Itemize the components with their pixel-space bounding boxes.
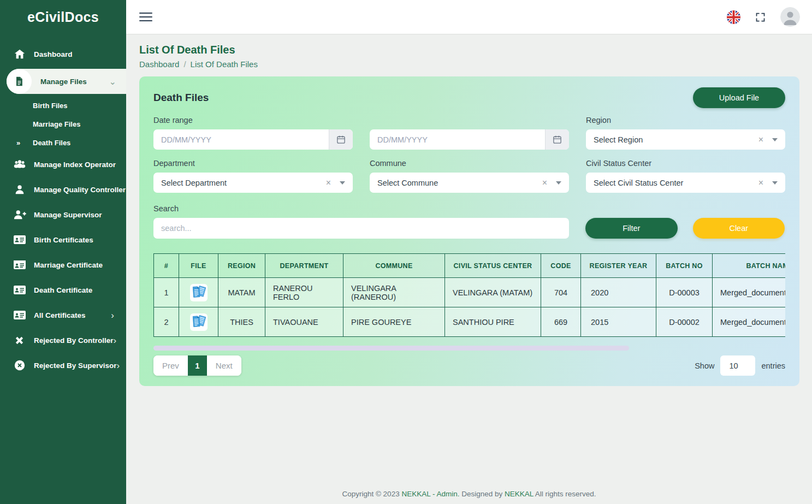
breadcrumb-dashboard-link[interactable]: Dashboard	[139, 60, 179, 69]
calendar-icon[interactable]	[545, 129, 569, 150]
sidebar-item-birth-files[interactable]: Birth Files	[0, 96, 126, 115]
pagination: Prev 1 Next	[153, 355, 241, 376]
current-page-button[interactable]: 1	[188, 355, 207, 376]
date-to-field	[370, 129, 569, 150]
sidebar-item-all-certificates[interactable]: All Certificates ›	[0, 303, 126, 328]
col-header-batch-name: BATCH NAME	[713, 254, 786, 278]
select-caret-icon[interactable]	[556, 181, 561, 185]
civil-status-center-select[interactable]: Select Civil Status Center ×	[586, 173, 785, 193]
select-caret-icon[interactable]	[340, 181, 345, 185]
filter-button[interactable]: Filter	[585, 218, 678, 239]
sidebar-item-manage-quality-controller[interactable]: Manage Quality Controller	[0, 177, 126, 202]
home-icon	[12, 48, 27, 60]
users-icon	[12, 158, 27, 170]
main-content: List Of Death Files Dashboard / List Of …	[126, 34, 812, 504]
user-avatar[interactable]	[780, 7, 800, 27]
civil-status-center-label: Civil Status Center	[586, 159, 785, 168]
clear-selection-icon[interactable]: ×	[326, 178, 331, 188]
fullscreen-icon[interactable]	[755, 11, 766, 23]
col-header-code: CODE	[541, 254, 581, 278]
sidebar-item-manage-supervisor[interactable]: Manage Supervisor	[0, 202, 126, 227]
sidebar-item-marriage-certificate[interactable]: Marriage Certificate	[0, 252, 126, 277]
clear-selection-icon[interactable]: ×	[758, 178, 763, 188]
search-label: Search	[153, 204, 569, 213]
footer-admin-link[interactable]: NEKKAL - Admin.	[401, 490, 459, 498]
col-header-region: REGION	[218, 254, 265, 278]
sidebar-item-rejected-by-supervisor[interactable]: Rejected By Supervisor ›	[0, 353, 126, 378]
clear-button[interactable]: Clear	[693, 218, 785, 239]
table-row: 2 THIES TIVAOUANE PIRE GOUREYE SANTHIOU …	[154, 307, 786, 337]
chevron-right-icon: ›	[114, 336, 117, 345]
language-flag-icon[interactable]	[727, 10, 740, 24]
select-caret-icon[interactable]	[772, 181, 778, 185]
col-header-batch-no: BATCH NO	[656, 254, 713, 278]
breadcrumb-current: List Of Death Files	[191, 60, 258, 69]
footer: Copyright © 2023 NEKKAL - Admin. Designe…	[126, 490, 812, 498]
next-page-button[interactable]: Next	[207, 355, 241, 376]
col-header-department: DEPARTMENT	[265, 254, 343, 278]
topbar	[126, 0, 812, 34]
horizontal-scrollbar	[153, 346, 785, 351]
footer-nekkal-link[interactable]: NEKKAL	[505, 490, 534, 498]
documents-icon[interactable]	[183, 313, 214, 331]
date-from-field	[153, 129, 353, 150]
id-card-icon	[12, 284, 27, 296]
department-select[interactable]: Select Department ×	[153, 173, 353, 193]
date-range-label: Date range	[153, 116, 353, 124]
col-header-civil-status-center: CIVIL STATUS CENTER	[445, 254, 541, 278]
sidebar-item-manage-index-operator[interactable]: Manage Index Operator	[0, 152, 126, 177]
sidebar-item-manage-files[interactable]: Manage Files ⌄	[7, 69, 126, 94]
department-label: Department	[153, 159, 353, 168]
app-logo: eCivilDocs	[0, 0, 126, 34]
id-card-icon	[12, 234, 27, 246]
date-from-input[interactable]	[153, 129, 329, 150]
documents-icon[interactable]	[183, 283, 214, 302]
panel-title: Death Files	[153, 92, 209, 104]
id-card-icon	[12, 309, 27, 321]
sidebar-item-rejected-by-controller[interactable]: Rejected By Controller ›	[0, 328, 126, 353]
sidebar-item-death-certificate[interactable]: Death Certificate	[0, 277, 126, 303]
chevron-down-icon: ⌄	[109, 76, 116, 87]
col-header-register-year: REGISTER YEAR	[581, 254, 656, 278]
file-icon	[7, 69, 32, 94]
sidebar-item-death-files[interactable]: » Death Files	[0, 133, 126, 152]
sidebar-item-dashboard[interactable]: Dashboard	[0, 41, 126, 67]
clear-selection-icon[interactable]: ×	[542, 178, 547, 188]
breadcrumb-separator: /	[183, 60, 186, 69]
user-plus-icon	[12, 209, 27, 221]
entries-per-page-input[interactable]	[720, 355, 755, 376]
clear-selection-icon[interactable]: ×	[758, 135, 763, 145]
sidebar-item-marriage-files[interactable]: Marriage Files	[0, 115, 126, 133]
commune-label: Commune	[370, 159, 569, 168]
menu-toggle-button[interactable]	[139, 10, 152, 23]
entries-label: entries	[761, 361, 785, 370]
calendar-icon[interactable]	[329, 129, 353, 150]
prev-page-button[interactable]: Prev	[153, 355, 188, 376]
date-to-input[interactable]	[370, 129, 545, 150]
x-icon	[12, 335, 27, 346]
region-label: Region	[586, 116, 785, 124]
chevron-right-icon: ›	[117, 361, 120, 370]
death-files-table: # FILE REGION DEPARTMENT COMMUNE CIVIL S…	[153, 253, 785, 337]
chevron-right-icon: ›	[111, 311, 114, 320]
scrollbar-thumb[interactable]	[153, 346, 629, 351]
user-icon	[12, 183, 27, 195]
id-card-icon	[12, 259, 27, 271]
show-label: Show	[695, 361, 714, 370]
table-row: 1 MATAM RANEROU FERLO VELINGARA (RANEROU…	[154, 278, 786, 307]
sidebar-item-birth-certificates[interactable]: Birth Certificates	[0, 227, 126, 252]
x-circle-icon	[12, 359, 27, 371]
col-header-num: #	[154, 254, 179, 278]
commune-select[interactable]: Select Commune ×	[370, 173, 569, 193]
table-header-row: # FILE REGION DEPARTMENT COMMUNE CIVIL S…	[154, 254, 786, 278]
col-header-file: FILE	[179, 254, 218, 278]
region-select[interactable]: Select Region ×	[586, 129, 785, 150]
sidebar-nav: Dashboard Manage Files ⌄ Birth Files Mar…	[0, 34, 126, 378]
page-title: List Of Death Files	[139, 44, 812, 56]
double-chevron-icon: »	[16, 139, 20, 147]
sidebar: eCivilDocs Dashboard Manage Files ⌄ Birt…	[0, 0, 126, 504]
breadcrumb: Dashboard / List Of Death Files	[139, 60, 812, 69]
upload-file-button[interactable]: Upload File	[693, 87, 785, 108]
select-caret-icon[interactable]	[772, 138, 778, 141]
search-input[interactable]	[153, 218, 569, 239]
